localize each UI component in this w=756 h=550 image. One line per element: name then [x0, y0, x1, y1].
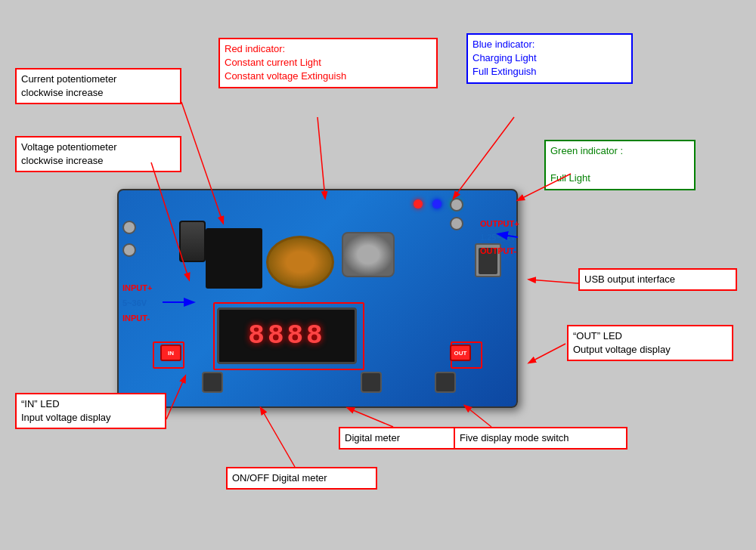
display-red-outline [213, 302, 364, 370]
voltage-potentiometer-label: Voltage potentiometer clockwise increase [15, 136, 181, 172]
svg-line-7 [529, 344, 565, 363]
svg-line-3 [454, 117, 514, 198]
pcb-out-led-display: OUT [450, 345, 471, 361]
blue-indicator-label: Blue indicator: Charging Light Full Exti… [466, 33, 633, 84]
pcb-blue-led [432, 199, 442, 209]
pcb-board-container: 8888 IN OUT [117, 189, 518, 408]
pcb-button-1[interactable] [202, 372, 223, 393]
output-minus-text: OUTPUT- [480, 246, 516, 255]
five-display-label: Five display mode switch [454, 427, 627, 450]
out-led-label: “OUT” LED Output voltage display [567, 325, 733, 361]
pcb-button-2[interactable] [361, 372, 382, 393]
pcb-output-plus-terminal [450, 198, 463, 212]
pcb-in-led-display: IN [160, 345, 181, 361]
input-minus-text: INPUT- [122, 314, 150, 323]
pcb-secondary-inductor [342, 232, 395, 277]
svg-line-6 [529, 280, 578, 283]
svg-line-8 [348, 408, 393, 427]
pcb-chip [206, 228, 262, 289]
onoff-digital-meter-label: ON/OFF Digital meter [226, 467, 377, 490]
usb-output-label: USB output interface [578, 268, 737, 291]
input-plus-text: INPUT+ [122, 283, 152, 292]
green-indicator-label: Green indicator : Full Light [544, 140, 696, 190]
current-potentiometer-label: Current potentiometer clockwise increase [15, 68, 181, 104]
red-indicator-label: Red indicator: Constant current Light Co… [218, 38, 438, 88]
output-voltage-text: 1.25~32V [480, 233, 516, 242]
output-plus-text: OUTPUT+ [480, 219, 519, 228]
svg-line-9 [465, 406, 491, 427]
pcb-input-minus-terminal [122, 243, 136, 257]
pcb-board: 8888 IN OUT [117, 189, 518, 408]
pcb-capacitor [179, 221, 206, 262]
pcb-red-led [414, 199, 423, 209]
pcb-button-3[interactable] [435, 372, 456, 393]
svg-line-2 [318, 117, 325, 198]
input-voltage-text: 5~36V [122, 298, 147, 307]
svg-line-10 [261, 408, 295, 467]
pcb-main-inductor [266, 236, 334, 289]
digital-meter-label: Digital meter [339, 427, 456, 450]
pcb-output-minus-terminal [450, 217, 463, 230]
in-led-label: “IN” LED Input voltage display [15, 393, 166, 429]
pcb-input-plus-terminal [122, 221, 136, 234]
